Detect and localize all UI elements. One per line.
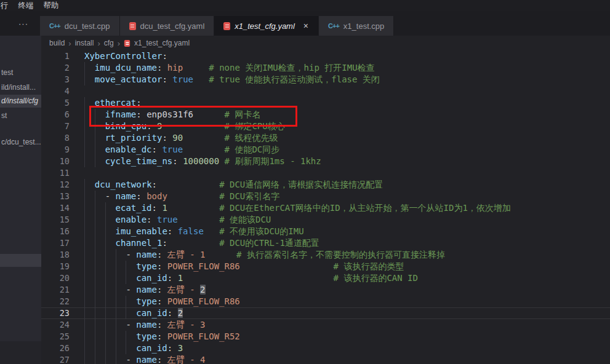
- indent-guide: [116, 296, 126, 307]
- token: :: [157, 320, 167, 330]
- indent-guide: [84, 121, 95, 132]
- token: type: [136, 296, 157, 306]
- sidebar-item-1[interactable]: ild/install...: [0, 81, 41, 94]
- tab-x1_test.cpp[interactable]: C++x1_test.cpp: [319, 16, 394, 36]
- breadcrumb-segment[interactable]: install: [75, 39, 94, 47]
- sidebar-item-0[interactable]: test: [0, 66, 41, 79]
- token: 左臂 -: [167, 285, 200, 295]
- code-line-1[interactable]: 1XyberController:: [41, 50, 610, 62]
- token: :: [157, 261, 167, 271]
- code-line-12[interactable]: 12dcu_network: # DCU通信网络，请根据实机连接情况配置: [41, 179, 610, 191]
- breadcrumb: build›install›cfg›x1_test_cfg.yaml: [41, 36, 610, 50]
- token: :: [172, 156, 183, 166]
- menu-item-2[interactable]: 帮助: [39, 1, 64, 11]
- code-line-17[interactable]: 17channel_1: # DCU的CTRL-1通道配置: [41, 237, 610, 249]
- code-line-20[interactable]: 20can_id: 1 # 该执行器的CAN ID: [41, 272, 610, 284]
- code-line-19[interactable]: 19type: POWER_FLOW_R86 # 该执行器的类型: [41, 261, 610, 272]
- breadcrumb-segment[interactable]: build: [49, 39, 65, 47]
- sidebar-item-4[interactable]: c/dcu_test...: [0, 136, 41, 149]
- indent-guide: [95, 191, 105, 202]
- line-number: 14: [41, 202, 70, 214]
- indent-guide: [116, 342, 126, 354]
- token: -: [105, 191, 116, 201]
- indent-guide: [84, 249, 95, 261]
- sidebar-item-3[interactable]: st: [0, 109, 41, 122]
- code-line-15[interactable]: 15enable: true # 使能该DCU: [41, 214, 610, 226]
- line-number: 27: [41, 354, 70, 364]
- indent-guide: [95, 156, 105, 167]
- code-line-18[interactable]: 18- name: 左臂 - 1 # 执行器索引名字，不需要控制的执行器可直接注…: [41, 249, 610, 261]
- line-number: 18: [41, 249, 70, 261]
- token: [219, 156, 224, 166]
- menu-item-0[interactable]: 行: [0, 1, 14, 11]
- more-actions-icon[interactable]: ···: [18, 19, 28, 28]
- editor[interactable]: build›install›cfg›x1_test_cfg.yaml 1Xybe…: [41, 36, 610, 364]
- token: :: [157, 63, 167, 73]
- code-line-8[interactable]: 8rt_priority: 90 # 线程优先级: [41, 132, 610, 144]
- token: # 线程优先级: [225, 133, 278, 143]
- token: [183, 63, 209, 73]
- code-line-25[interactable]: 25type: POWER_FLOW_R52: [41, 331, 610, 342]
- indent-guide: [84, 156, 95, 167]
- indent-guide: [116, 272, 126, 284]
- token: can_id: [136, 308, 167, 318]
- code-line-6[interactable]: 6ifname: enp0s31f6 # 网卡名: [41, 109, 610, 121]
- token: 2: [178, 308, 183, 318]
- code-line-2[interactable]: 2imu_dcu_name: hip # none 关闭IMU检查，hip 打开…: [41, 62, 610, 74]
- indent-guide: [84, 132, 95, 144]
- indent-guide: [84, 307, 95, 319]
- code-line-23[interactable]: 23can_id: 2: [41, 307, 610, 319]
- indent-guide: [84, 179, 95, 191]
- indent-guide: [116, 319, 126, 331]
- line-number: 12: [41, 179, 70, 191]
- indent-guide: [105, 354, 116, 364]
- token: :: [162, 238, 167, 248]
- code-line-22[interactable]: 22type: POWER_FLOW_R86: [41, 296, 610, 307]
- code-line-13[interactable]: 13- name: body # DCU索引名字: [41, 191, 610, 202]
- token: -: [126, 320, 136, 330]
- code-line-7[interactable]: 7bind_cpu: 9 # 绑定CPU核心: [41, 121, 610, 132]
- line-number: 20: [41, 272, 70, 284]
- indent-guide: [84, 354, 95, 364]
- breadcrumb-file[interactable]: x1_test_cfg.yaml: [134, 39, 190, 47]
- sidebar-item-2[interactable]: d/install/cfg: [0, 95, 41, 108]
- tab-dcu_test.cpp[interactable]: C++dcu_test.cpp: [40, 16, 120, 36]
- code-line-3[interactable]: 3move_actuator: true # true 使能执行器运动测试，fl…: [41, 74, 610, 85]
- line-number: 8: [41, 132, 70, 144]
- line-number: 6: [41, 109, 70, 121]
- code-line-26[interactable]: 26can_id: 3: [41, 342, 610, 354]
- code-area[interactable]: 1XyberController:2imu_dcu_name: hip # no…: [41, 50, 610, 364]
- token: move_actuator: [95, 74, 163, 84]
- tab-dcu_test_cfg.yaml[interactable]: dcu_test_cfg.yaml: [120, 16, 215, 36]
- token: enp0s31f6: [146, 109, 193, 119]
- code-line-27[interactable]: 27- name: 左臂 - 4: [41, 354, 610, 364]
- code-line-4[interactable]: 4: [41, 85, 610, 97]
- close-icon[interactable]: ×: [303, 22, 309, 30]
- indent-guide: [116, 284, 126, 296]
- tab-x1_test_cfg.yaml[interactable]: x1_test_cfg.yaml×: [214, 16, 319, 36]
- token: ifname: [105, 109, 137, 119]
- token: can_id: [136, 343, 167, 353]
- menu-item-1[interactable]: 终端: [14, 1, 39, 11]
- token: # DCU索引名字: [219, 191, 279, 201]
- line-number: 13: [41, 191, 70, 202]
- token: hip: [167, 63, 183, 73]
- code-line-24[interactable]: 24- name: 左臂 - 3: [41, 319, 610, 331]
- token: bind_cpu: [105, 121, 146, 131]
- token: # none 关闭IMU检查，hip 打开IMU检查: [209, 63, 374, 73]
- token: POWER_FLOW_R86: [167, 261, 240, 271]
- sidebar-item-5[interactable]: [0, 254, 41, 267]
- code-line-16[interactable]: 16imu_enable: false # 不使用该DCU的IMU: [41, 226, 610, 237]
- code-line-9[interactable]: 9enable_dc: true # 使能DC同步: [41, 144, 610, 156]
- breadcrumb-segment[interactable]: cfg: [104, 39, 114, 47]
- code-line-14[interactable]: 14ecat_id: 1 # DCU在EtherCAT网络中的ID，从主站开始，…: [41, 202, 610, 214]
- indent-guide: [95, 284, 105, 296]
- indent-guide: [105, 272, 116, 284]
- line-number: 2: [41, 62, 70, 74]
- token: :: [146, 121, 157, 131]
- code-line-21[interactable]: 21- name: 左臂 - 2: [41, 284, 610, 296]
- code-line-5[interactable]: 5ethercat:: [41, 97, 610, 109]
- code-line-11[interactable]: 11: [41, 167, 610, 179]
- indent-guide: [95, 109, 105, 121]
- code-line-10[interactable]: 10cycle_time_ns: 1000000 # 刷新周期1ms - 1kh…: [41, 156, 610, 167]
